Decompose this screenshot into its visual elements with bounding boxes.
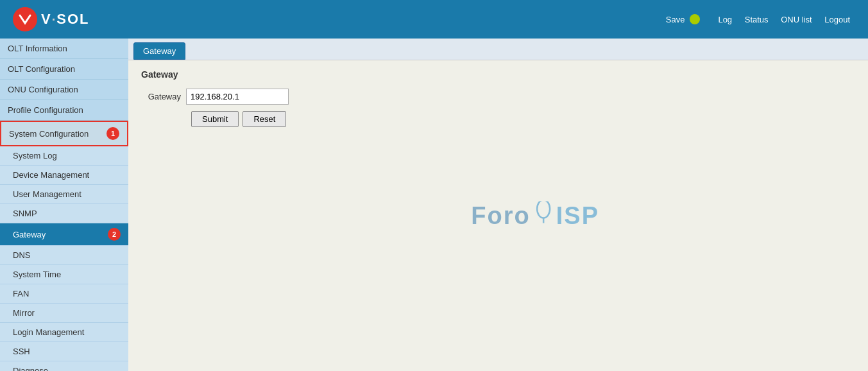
sidebar-sub-system-time[interactable]: System Time xyxy=(0,265,128,284)
foro-icon xyxy=(532,202,555,230)
sidebar-item-system-configuration[interactable]: System Configuration 1 xyxy=(0,121,128,146)
save-area: Save xyxy=(666,14,701,24)
gateway-form-row: Gateway xyxy=(141,89,855,105)
logout-link[interactable]: Logout xyxy=(824,15,850,24)
sidebar-sub-fan[interactable]: FAN xyxy=(0,284,128,304)
sidebar-sub-mirror[interactable]: Mirror xyxy=(0,304,128,323)
sidebar-sub-diagnose[interactable]: Diagnose xyxy=(0,361,128,371)
svg-point-0 xyxy=(537,202,550,218)
sidebar-sub-user-management[interactable]: User Management xyxy=(0,185,128,204)
vsol-logo: V·SOL xyxy=(13,5,90,33)
onu-list-link[interactable]: ONU list xyxy=(781,15,812,24)
logo-area: V·SOL xyxy=(13,5,90,33)
system-config-badge: 1 xyxy=(106,127,119,140)
sidebar-sub-dns[interactable]: DNS xyxy=(0,246,128,265)
status-link[interactable]: Status xyxy=(745,15,769,24)
sidebar-sub-login-management[interactable]: Login Management xyxy=(0,323,128,342)
form-buttons: Submit Reset xyxy=(191,111,855,127)
page-title: Gateway xyxy=(141,69,855,80)
sidebar-item-profile-configuration[interactable]: Profile Configuration xyxy=(0,100,128,121)
sidebar-sub-gateway[interactable]: Gateway 2 xyxy=(0,223,128,246)
logo-icon xyxy=(13,7,37,31)
gateway-tab[interactable]: Gateway xyxy=(133,42,185,60)
sidebar: OLT Information OLT Configuration ONU Co… xyxy=(0,39,128,371)
main-content: Gateway Gateway Gateway Submit Reset For… xyxy=(128,39,868,371)
header-right: Save Log Status ONU list Logout xyxy=(666,14,855,24)
layout: OLT Information OLT Configuration ONU Co… xyxy=(0,39,868,371)
sidebar-item-olt-configuration[interactable]: OLT Configuration xyxy=(0,59,128,80)
watermark: Foro ISP xyxy=(471,202,599,230)
sidebar-sub-snmp[interactable]: SNMP xyxy=(0,204,128,223)
sidebar-sub-ssh[interactable]: SSH xyxy=(0,342,128,361)
sidebar-sub-device-management[interactable]: Device Management xyxy=(0,166,128,185)
sidebar-item-olt-information[interactable]: OLT Information xyxy=(0,39,128,59)
content-area: Gateway Gateway Submit Reset Foro ISP xyxy=(128,60,868,371)
reset-button[interactable]: Reset xyxy=(243,111,286,127)
logo-text: V·SOL xyxy=(41,11,89,28)
header: V·SOL Save Log Status ONU list Logout xyxy=(0,0,868,39)
gateway-field-label: Gateway xyxy=(141,92,186,101)
header-nav: Log Status ONU list Logout xyxy=(713,15,855,24)
gateway-badge: 2 xyxy=(108,228,121,241)
tab-bar: Gateway xyxy=(128,39,868,60)
status-indicator xyxy=(690,14,700,24)
sidebar-sub-system-log[interactable]: System Log xyxy=(0,146,128,166)
gateway-input[interactable] xyxy=(186,89,289,105)
log-link[interactable]: Log xyxy=(718,15,732,24)
sidebar-item-onu-configuration[interactable]: ONU Configuration xyxy=(0,80,128,100)
submit-button[interactable]: Submit xyxy=(191,111,239,127)
save-label[interactable]: Save xyxy=(666,15,685,24)
